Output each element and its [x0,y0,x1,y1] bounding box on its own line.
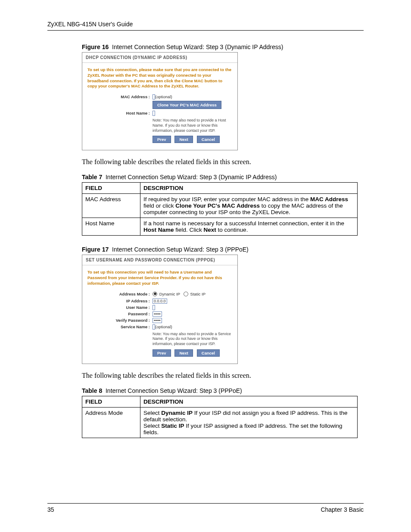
table8: FIELD DESCRIPTION Address Mode Select Dy… [82,396,358,438]
clone-mac-button[interactable]: Clone Your PC's MAC Address [153,101,221,109]
table-row: Address Mode Select Dynamic IP If your I… [82,407,358,438]
static-ip-text: Static IP [190,292,206,296]
bold-static-ip: Static IP [161,423,184,429]
cancel-button[interactable]: Cancel [197,136,220,143]
password-input[interactable]: ••••• [153,311,162,317]
password-label: Password : [87,311,153,316]
table7-head-field: FIELD [82,183,140,194]
user-name-input[interactable] [153,305,155,310]
table8-r0-desc: Select Dynamic IP If your ISP did not as… [140,407,358,438]
address-mode-label: Address Mode : [87,292,153,296]
bold-mac-address: MAC Address [310,196,348,202]
table8-title: Internet Connection Setup Wizard: Step 3… [106,387,242,394]
table8-label: Table 8 [82,387,102,394]
paragraph-fig16: The following table describes the relate… [82,158,364,166]
fig16-note: Note: You may also need to provide a Hos… [153,117,234,136]
table7-r1-desc: If a host name is necessary for a succes… [140,218,358,236]
prev-button[interactable]: Prev [153,136,171,143]
static-ip-radio[interactable] [184,292,188,296]
fig16-panel-title: DHCP CONNECTION (DYNAMIC IP ADDRESS) [82,53,237,63]
mac-optional-text: (optional) [155,94,172,99]
bold-host-name: Host Name [143,227,174,233]
next-button[interactable]: Next [174,136,193,143]
next-button[interactable]: Next [174,349,193,357]
verify-password-input[interactable]: ••••• [153,318,162,323]
table8-head-field: FIELD [82,396,140,407]
service-optional-text: (optional) [155,324,172,329]
table8-caption: Table 8 Internet Connection Setup Wizard… [82,387,364,394]
host-name-input[interactable] [153,111,155,116]
txt: If a host name is necessary for a succes… [143,220,344,227]
figure16-caption: Figure 16 Internet Connection Setup Wiza… [82,44,364,50]
ip-address-label: IP Address : [87,299,153,303]
table-row: FIELD DESCRIPTION [82,396,358,407]
bold-clone-mac: Clone Your PC's MAC Address [175,202,260,209]
table7-r0-desc: If required by your ISP, enter your comp… [140,194,358,218]
table8-head-desc: DESCRIPTION [140,396,358,407]
txt: Select [143,410,161,416]
txt: to continue. [216,227,248,233]
prev-button[interactable]: Prev [153,349,171,357]
bold-dynamic-ip: Dynamic IP [161,410,193,416]
table7-r0-field: MAC Address [82,194,140,218]
page-footer: 35 Chapter 3 Basic [47,503,364,513]
txt: field. Click [174,227,204,233]
table-row: Host Name If a host name is necessary fo… [82,218,358,236]
table7-title: Internet Connection Setup Wizard: Step 3… [106,174,277,180]
dynamic-ip-text: Dynamic IP [159,292,180,296]
mac-address-label: MAC Address : [87,94,153,99]
table7-head-desc: DESCRIPTION [140,183,358,194]
figure16-title: Internet Connection Setup Wizard: Step 3… [112,44,283,50]
figure16-panel: DHCP CONNECTION (DYNAMIC IP ADDRESS) To … [82,52,238,150]
figure17-panel: SET USERNAME AND PASSWORD CONNECTION (PP… [82,255,238,364]
cancel-button[interactable]: Cancel [197,349,220,357]
service-name-label: Service Name : [87,324,153,329]
user-name-label: User Name : [87,305,153,310]
txt: If required by your ISP, enter your comp… [143,196,310,202]
verify-password-label: Verify Password : [87,318,153,323]
figure17-label: Figure 17 [82,246,109,253]
fig17-intro: To set up this connection you will need … [82,265,237,286]
table7-r1-field: Host Name [82,218,140,236]
figure17-caption: Figure 17 Internet Connection Setup Wiza… [82,246,364,253]
table7-caption: Table 7 Internet Connection Setup Wizard… [82,174,364,180]
table8-r0-field: Address Mode [82,407,140,438]
table7-label: Table 7 [82,174,102,180]
ip-address-input[interactable]: 0.0.0.0 [153,299,167,304]
running-header: ZyXEL NBG-415N User's Guide [47,21,364,31]
page-number: 35 [47,506,54,513]
txt: field or click [143,202,175,209]
fig17-panel-title: SET USERNAME AND PASSWORD CONNECTION (PP… [82,255,237,265]
figure17-title: Internet Connection Setup Wizard: Step 3… [112,246,249,253]
chapter-label: Chapter 3 Basic [321,506,364,513]
table7: FIELD DESCRIPTION MAC Address If require… [82,182,358,236]
figure16-label: Figure 16 [82,44,109,50]
fig16-intro: To set up this connection, please make s… [82,63,237,89]
table-row: FIELD DESCRIPTION [82,183,358,194]
txt: Select [143,423,161,429]
host-name-label: Host Name : [87,111,153,115]
bold-next: Next [204,227,216,233]
paragraph-fig17: The following table describes the relate… [82,372,364,380]
table-row: MAC Address If required by your ISP, ent… [82,194,358,218]
dynamic-ip-radio[interactable] [153,292,157,296]
fig17-note: Note: You may also need to provide a Ser… [153,331,234,349]
